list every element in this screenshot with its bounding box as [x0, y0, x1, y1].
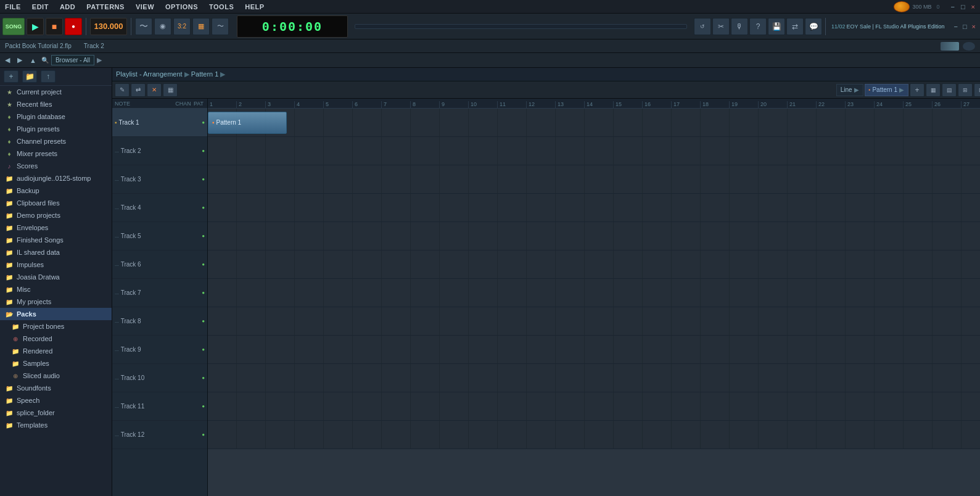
sidebar-item-splice[interactable]: 📁 splice_folder	[0, 407, 112, 419]
pattern-view-1[interactable]: ▦	[926, 83, 941, 97]
menu-item-options[interactable]: OPTIONS	[163, 2, 200, 12]
grid-row-10[interactable]	[208, 364, 980, 392]
toolbar-scissors[interactable]: ✂	[712, 18, 730, 35]
sidebar-item-project-bones[interactable]: 📁 Project bones	[0, 320, 112, 333]
sidebar-item-my-projects[interactable]: 📁 My projects	[0, 296, 112, 308]
app-close[interactable]: ×	[970, 23, 978, 30]
play-button[interactable]: ▶	[27, 18, 44, 35]
sidebar-item-channel-presets[interactable]: ♦ Channel presets	[0, 135, 112, 147]
grid-area[interactable]: 1 2 3 4 5 6 7 8 9 10 11 12 13 14 15 16 1	[208, 99, 980, 496]
record-button[interactable]: ●	[65, 18, 82, 35]
sidebar-item-rendered[interactable]: 📁 Rendered	[0, 345, 112, 357]
sidebar-item-speech[interactable]: 📁 Speech	[0, 394, 112, 407]
sidebar-item-demo[interactable]: 📁 Demo projects	[0, 209, 112, 221]
sidebar-item-recorded[interactable]: ⊕ Recorded	[0, 333, 112, 345]
sidebar-item-samples[interactable]: 📁 Samples	[0, 357, 112, 370]
menu-item-add[interactable]: ADD	[57, 2, 78, 12]
toolbar-help[interactable]: ?	[749, 18, 767, 35]
app-max[interactable]: □	[961, 23, 969, 30]
menu-item-help[interactable]: HELP	[242, 2, 266, 12]
menu-item-view[interactable]: VIEW	[133, 2, 157, 12]
sidebar-item-packs[interactable]: 📂 Packs	[0, 308, 112, 320]
sidebar-item-envelopes[interactable]: 📁 Envelopes	[0, 221, 112, 234]
sidebar-item-templates[interactable]: 📁 Templates	[0, 419, 112, 431]
track-header-5[interactable]: ... Track 5 ●	[112, 222, 207, 250]
sidebar-item-sliced-audio[interactable]: ⊕ Sliced audio	[0, 370, 112, 382]
track-header-3[interactable]: ... Track 3 ●	[112, 165, 207, 194]
sidebar-item-joasia[interactable]: 📁 Joasia Dratwa	[0, 271, 112, 283]
toolbar-chat[interactable]: 💬	[805, 18, 822, 35]
browser-label[interactable]: Browser - All	[51, 55, 94, 65]
track-header-10[interactable]: ... Track 10 ●	[112, 364, 207, 392]
grid-row-4[interactable]	[208, 194, 980, 222]
menu-item-tools[interactable]: TOOLS	[207, 2, 236, 12]
master-pitch-knob[interactable]	[963, 42, 975, 51]
sidebar-item-plugin-presets[interactable]: ♦ Plugin presets	[0, 123, 112, 135]
sidebar-item-plugin-db[interactable]: ♦ Plugin database	[0, 110, 112, 123]
menu-item-file[interactable]: FILE	[2, 2, 23, 12]
pattern-view-4[interactable]: ⊟	[974, 83, 980, 97]
browser-fwd[interactable]: ▶	[15, 55, 25, 65]
grid-row-5[interactable]	[208, 222, 980, 250]
master-vol-knob[interactable]	[941, 42, 959, 51]
toolbar-btn-4[interactable]: ▦	[192, 18, 210, 35]
pattern-view-3[interactable]: ⊞	[958, 83, 973, 97]
toolbar-btn-1[interactable]: 〜	[135, 18, 152, 35]
tool-delete[interactable]: ✕	[147, 83, 162, 97]
track-header-6[interactable]: ... Track 6 ●	[112, 250, 207, 279]
track-header-4[interactable]: ... Track 4 ●	[112, 194, 207, 222]
pattern-block-1[interactable]: ▪ Pattern 1	[208, 112, 287, 134]
menu-item-edit[interactable]: EDIT	[30, 2, 51, 12]
sidebar-item-current-project[interactable]: ★ Current project	[0, 86, 112, 98]
stop-button[interactable]: ■	[46, 18, 63, 35]
sidebar-item-audiojungle[interactable]: 📁 audiojungle..0125-stomp	[0, 172, 112, 184]
song-button[interactable]: SONG	[2, 18, 25, 35]
sidebar-item-scores[interactable]: ♪ Scores	[0, 160, 112, 172]
track-header-1[interactable]: ▪ Track 1 ●	[112, 109, 207, 137]
sidebar-item-finished-songs[interactable]: 📁 Finished Songs	[0, 234, 112, 246]
toolbar-save[interactable]: 💾	[768, 18, 785, 35]
tool-select[interactable]: ⇄	[131, 83, 146, 97]
sidebar-item-impulses[interactable]: 📁 Impulses	[0, 258, 112, 271]
toolbar-btn-5[interactable]: 〜	[212, 18, 229, 35]
tool-grid[interactable]: ▦	[163, 83, 178, 97]
grid-row-7[interactable]	[208, 279, 980, 307]
sidebar-item-backup[interactable]: 📁 Backup	[0, 184, 112, 197]
toolbar-mic[interactable]: 🎙	[731, 18, 748, 35]
toolbar-btn-3[interactable]: 3:2	[173, 18, 191, 35]
browser-up[interactable]: ▲	[27, 56, 39, 65]
sidebar-item-mixer-presets[interactable]: ♦ Mixer presets	[0, 147, 112, 160]
pattern-view-2[interactable]: ▤	[942, 83, 957, 97]
track-header-8[interactable]: ... Track 8 ●	[112, 307, 207, 336]
toolbar-cpu[interactable]: ↺	[694, 18, 711, 35]
app-min[interactable]: −	[952, 23, 959, 30]
sidebar-up-btn[interactable]: ↑	[41, 70, 56, 83]
pattern-add[interactable]: +	[910, 83, 924, 97]
pattern-selector[interactable]: ▪ Pattern 1 ▶	[865, 84, 908, 96]
window-restore[interactable]: □	[958, 3, 968, 10]
sidebar-add-btn[interactable]: +	[4, 70, 19, 83]
grid-row-9[interactable]	[208, 336, 980, 364]
grid-row-12[interactable]	[208, 421, 980, 449]
promo-text[interactable]: EOY Sale | FL Studio	[847, 23, 899, 30]
grid-row-8[interactable]	[208, 307, 980, 336]
seek-bar[interactable]	[355, 24, 687, 29]
menu-item-patterns[interactable]: PATTERNS	[84, 2, 127, 12]
track-header-12[interactable]: ... Track 12 ●	[112, 421, 207, 449]
window-close[interactable]: ×	[969, 3, 978, 10]
sidebar-folder-btn[interactable]: 📁	[22, 70, 37, 83]
sidebar-item-recent-files[interactable]: ★ Recent files	[0, 98, 112, 110]
toolbar-switch[interactable]: ⇄	[786, 18, 804, 35]
track-header-2[interactable]: ... Track 2 ●	[112, 137, 207, 165]
grid-row-6[interactable]	[208, 250, 980, 279]
sidebar-item-il-shared[interactable]: 📁 IL shared data	[0, 246, 112, 258]
sidebar-item-soundfonts[interactable]: 📁 Soundfonts	[0, 382, 112, 394]
grid-row-1[interactable]: ▪ Pattern 1	[208, 109, 980, 137]
window-minimize[interactable]: −	[948, 3, 957, 10]
line-dropdown[interactable]: Line ▶	[836, 84, 863, 96]
track-header-9[interactable]: ... Track 9 ●	[112, 336, 207, 364]
grid-row-2[interactable]	[208, 137, 980, 165]
browser-back[interactable]: ◀	[2, 55, 12, 65]
sidebar-item-misc[interactable]: 📁 Misc	[0, 283, 112, 296]
grid-row-3[interactable]	[208, 165, 980, 194]
